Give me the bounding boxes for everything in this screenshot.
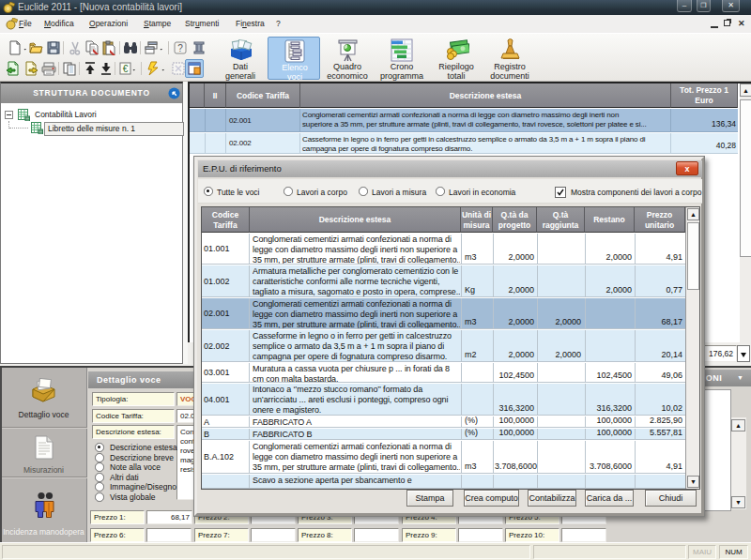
svg-text:€: € <box>123 64 129 74</box>
svg-text:?: ? <box>177 43 183 53</box>
